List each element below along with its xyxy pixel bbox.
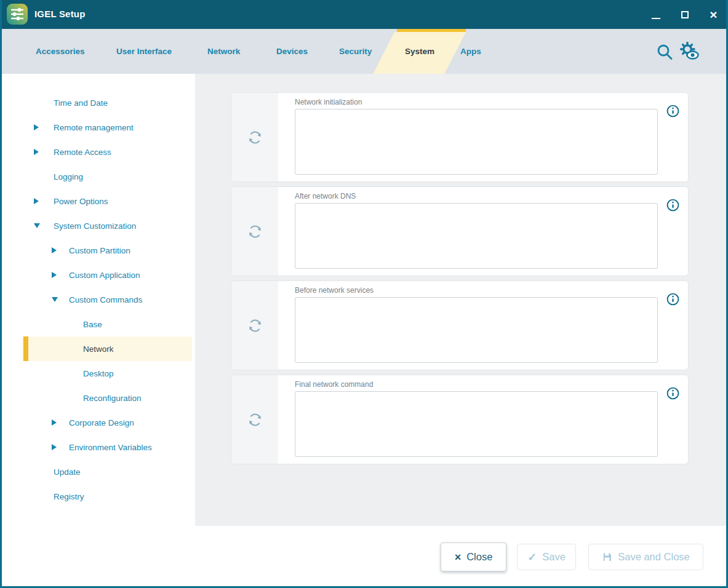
panel-network-initialization: Network initialization: [231, 92, 689, 182]
reset-refresh-icon[interactable]: [247, 317, 263, 334]
titlebar: IGEL Setup ×: [0, 0, 728, 29]
network-initialization-textarea[interactable]: [295, 109, 658, 175]
maximize-icon: [681, 11, 689, 18]
sidebar-item-logging[interactable]: Logging: [22, 164, 192, 189]
minimize-icon: [652, 18, 660, 19]
save-and-close-button[interactable]: Save and Close: [588, 544, 703, 570]
reset-refresh-icon[interactable]: [247, 129, 263, 146]
tab-security[interactable]: Security: [339, 47, 372, 56]
field-label: Final network command: [295, 380, 373, 389]
panel-side-strip: [231, 187, 278, 276]
setup-gear-eye-icon[interactable]: [678, 42, 700, 62]
sidebar-item-power-options[interactable]: Power Options: [22, 189, 192, 213]
tab-apps[interactable]: Apps: [460, 47, 481, 56]
floppy-disk-icon: [602, 552, 612, 562]
close-button-label: Close: [466, 551, 492, 563]
chevron-right-icon: [52, 272, 57, 278]
sidebar-item-update[interactable]: Update: [22, 459, 192, 484]
sidebar-item-label: Network: [22, 344, 114, 354]
sidebar-item-label: Update: [22, 467, 81, 477]
tab-accessories[interactable]: Accessories: [36, 47, 85, 56]
panel-side-strip: [231, 375, 278, 464]
info-icon[interactable]: [666, 292, 680, 306]
chevron-right-icon: [34, 149, 39, 155]
info-icon[interactable]: [666, 104, 680, 118]
final-network-command-textarea[interactable]: [295, 391, 658, 457]
chevron-right-icon: [52, 247, 57, 253]
info-icon[interactable]: [666, 198, 680, 212]
sidebar-item-label: Custom Partition: [22, 246, 130, 255]
reset-refresh-icon[interactable]: [247, 223, 263, 240]
save-button[interactable]: ✓ Save: [517, 544, 576, 570]
tab-bar: Accessories User Interface Network Devic…: [2, 29, 726, 74]
sidebar-item-custom-commands[interactable]: Custom Commands: [22, 287, 192, 312]
sidebar-item-label: Reconfiguration: [22, 394, 142, 403]
close-window-button[interactable]: ×: [704, 5, 723, 24]
window-title: IGEL Setup: [34, 9, 86, 19]
field-label: Network initialization: [295, 98, 362, 106]
close-icon: ×: [710, 8, 717, 21]
panel-after-network-dns: After network DNS: [231, 186, 689, 276]
sidebar-item-reconfiguration[interactable]: Reconfiguration: [22, 386, 192, 410]
panel-side-strip: [231, 93, 278, 181]
sidebar-item-registry[interactable]: Registry: [22, 484, 192, 509]
chevron-right-icon: [34, 198, 39, 204]
sidebar-item-desktop[interactable]: Desktop: [22, 361, 192, 386]
sidebar-item-time-and-date[interactable]: Time and Date: [22, 90, 192, 115]
app-logo-icon: [7, 4, 28, 25]
window-controls: ×: [646, 0, 723, 29]
chevron-right-icon: [52, 419, 57, 426]
sidebar-item-label: Desktop: [22, 369, 114, 378]
sidebar: Time and Date Remote management Remote A…: [2, 74, 195, 586]
sidebar-item-label: Registry: [22, 492, 84, 501]
chevron-right-icon: [34, 124, 39, 130]
chevron-down-icon: [34, 223, 40, 228]
chevron-right-icon: [52, 444, 57, 450]
sidebar-item-label: Environment Variables: [22, 443, 152, 452]
sidebar-item-remote-access[interactable]: Remote Access: [22, 140, 192, 164]
search-icon[interactable]: [655, 43, 674, 62]
save-and-close-button-label: Save and Close: [618, 551, 690, 563]
sidebar-item-custom-partition[interactable]: Custom Partition: [22, 238, 192, 263]
sidebar-item-label: Custom Commands: [22, 295, 142, 304]
sidebar-item-network[interactable]: Network: [22, 336, 192, 361]
after-network-dns-textarea[interactable]: [295, 203, 658, 269]
checkmark-icon: ✓: [527, 552, 537, 563]
tab-system[interactable]: System: [405, 47, 434, 56]
sidebar-item-environment-variables[interactable]: Environment Variables: [22, 435, 192, 459]
panel-side-strip: [231, 281, 278, 370]
sidebar-item-label: Time and Date: [22, 98, 108, 108]
field-label: After network DNS: [295, 192, 356, 201]
sidebar-item-label: Base: [22, 320, 102, 329]
sidebar-item-custom-application[interactable]: Custom Application: [22, 263, 192, 287]
sidebar-item-system-customization[interactable]: System Customization: [22, 213, 192, 238]
sidebar-item-label: Corporate Design: [22, 418, 134, 427]
minimize-button[interactable]: [646, 5, 665, 24]
info-icon[interactable]: [666, 386, 680, 400]
sidebar-item-label: Custom Application: [22, 271, 140, 280]
sidebar-item-base[interactable]: Base: [22, 312, 192, 336]
before-network-services-textarea[interactable]: [295, 297, 658, 363]
sidebar-item-remote-management[interactable]: Remote management: [22, 115, 192, 140]
panel-final-network-command: Final network command: [231, 375, 689, 464]
field-label: Before network services: [295, 286, 374, 295]
maximize-button[interactable]: [675, 5, 694, 24]
panel-before-network-services: Before network services: [231, 280, 689, 370]
tab-network[interactable]: Network: [207, 47, 240, 56]
tab-user-interface[interactable]: User Interface: [116, 47, 172, 56]
save-button-label: Save: [542, 551, 566, 563]
sidebar-item-corporate-design[interactable]: Corporate Design: [22, 410, 192, 435]
close-x-icon: ×: [455, 552, 462, 563]
tab-devices[interactable]: Devices: [276, 47, 308, 56]
navigation-tree: Time and Date Remote management Remote A…: [2, 90, 195, 509]
active-tab-top-bar: [397, 29, 466, 32]
sidebar-item-label: Logging: [22, 172, 83, 181]
chevron-down-icon: [52, 297, 58, 302]
reset-refresh-icon[interactable]: [247, 411, 263, 428]
close-button[interactable]: × Close: [441, 542, 506, 571]
